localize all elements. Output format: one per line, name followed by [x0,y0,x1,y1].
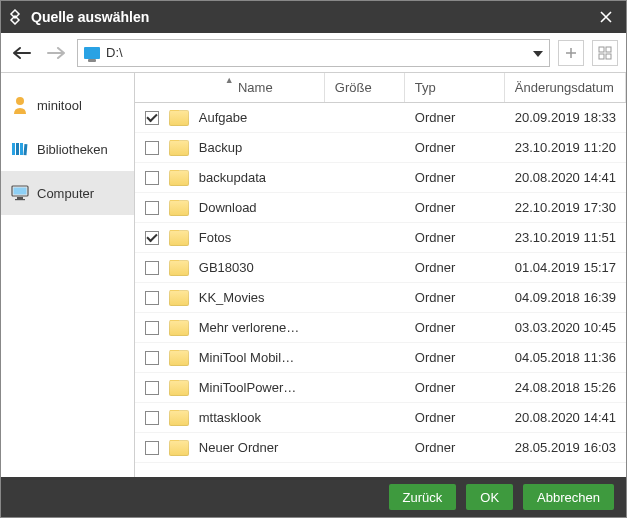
close-button[interactable] [592,3,620,31]
dialog-window: Quelle auswählen D:\ [0,0,627,518]
folder-icon [169,140,189,156]
row-name: Backup [199,140,242,155]
sidebar-item-label: Bibliotheken [37,142,108,157]
new-folder-button[interactable] [558,40,584,66]
row-checkbox[interactable] [145,291,159,305]
row-checkbox[interactable] [145,381,159,395]
row-date: 04.09.2018 16:39 [505,290,626,305]
sidebar-item-label: minitool [37,98,82,113]
folder-icon [169,170,189,186]
title-bar: Quelle auswählen [1,1,626,33]
library-icon [11,140,29,158]
row-name: Aufgabe [199,110,247,125]
column-header-date[interactable]: Änderungsdatum [505,73,626,102]
row-name: KK_Movies [199,290,265,305]
sidebar-item-minitool[interactable]: minitool [1,83,134,127]
row-name: GB18030 [199,260,254,275]
svg-rect-8 [23,144,27,155]
row-type: Ordner [405,380,505,395]
row-type: Ordner [405,110,505,125]
folder-icon [169,200,189,216]
sidebar-item-libraries[interactable]: Bibliotheken [1,127,134,171]
column-header-size[interactable]: Größe [325,73,405,102]
column-label: Größe [335,80,372,95]
column-label: Änderungsdatum [515,80,614,95]
table-row[interactable]: GB18030Ordner01.04.2019 15:17 [135,253,626,283]
row-name: Neuer Ordner [199,440,278,455]
row-date: 28.05.2019 16:03 [505,440,626,455]
folder-icon [169,350,189,366]
path-input[interactable]: D:\ [77,39,550,67]
sidebar-item-label: Computer [37,186,94,201]
svg-rect-5 [12,143,15,155]
svg-rect-2 [599,54,604,59]
cancel-button[interactable]: Abbrechen [523,484,614,510]
sidebar: minitool Bibliotheken Computer [1,73,135,477]
row-checkbox[interactable] [145,141,159,155]
window-title: Quelle auswählen [31,9,592,25]
folder-icon [169,380,189,396]
row-checkbox[interactable] [145,231,159,245]
row-name: Download [199,200,257,215]
table-row[interactable]: AufgabeOrdner20.09.2019 18:33 [135,103,626,133]
table-row[interactable]: KK_MoviesOrdner04.09.2018 16:39 [135,283,626,313]
computer-icon [11,184,29,202]
table-row[interactable]: mttasklookOrdner20.08.2020 14:41 [135,403,626,433]
row-name: MiniToolPower… [199,380,297,395]
row-date: 24.08.2018 15:26 [505,380,626,395]
row-checkbox[interactable] [145,351,159,365]
row-type: Ordner [405,290,505,305]
person-icon [11,96,29,114]
ok-button[interactable]: OK [466,484,513,510]
column-header-type[interactable]: Typ [405,73,505,102]
body: minitool Bibliotheken Computer ▲ Name [1,73,626,477]
table-row[interactable]: Neuer OrdnerOrdner28.05.2019 16:03 [135,433,626,463]
row-type: Ordner [405,170,505,185]
row-checkbox[interactable] [145,261,159,275]
svg-rect-1 [606,47,611,52]
folder-icon [169,320,189,336]
row-checkbox[interactable] [145,171,159,185]
svg-point-4 [16,97,24,105]
row-date: 22.10.2019 17:30 [505,200,626,215]
table-row[interactable]: backupdataOrdner20.08.2020 14:41 [135,163,626,193]
row-type: Ordner [405,350,505,365]
svg-rect-11 [17,197,23,199]
row-checkbox[interactable] [145,201,159,215]
row-type: Ordner [405,260,505,275]
nav-back-button[interactable] [9,40,35,66]
svg-rect-12 [15,199,25,200]
file-list: ▲ Name Größe Typ Änderungsdatum AufgabeO… [135,73,626,477]
toolbar: D:\ [1,33,626,73]
row-date: 03.03.2020 10:45 [505,320,626,335]
file-rows[interactable]: AufgabeOrdner20.09.2019 18:33BackupOrdne… [135,103,626,477]
table-row[interactable]: BackupOrdner23.10.2019 11:20 [135,133,626,163]
table-row[interactable]: DownloadOrdner22.10.2019 17:30 [135,193,626,223]
folder-icon [169,110,189,126]
row-date: 20.08.2020 14:41 [505,410,626,425]
row-checkbox[interactable] [145,441,159,455]
row-checkbox[interactable] [145,111,159,125]
back-button[interactable]: Zurück [389,484,457,510]
footer-bar: Zurück OK Abbrechen [1,477,626,517]
svg-rect-3 [606,54,611,59]
table-row[interactable]: MiniToolPower…Ordner24.08.2018 15:26 [135,373,626,403]
row-name: backupdata [199,170,266,185]
svg-rect-7 [20,143,23,155]
row-date: 23.10.2019 11:20 [505,140,626,155]
nav-forward-button[interactable] [43,40,69,66]
column-header-name[interactable]: ▲ Name [135,73,325,102]
row-date: 20.09.2019 18:33 [505,110,626,125]
row-checkbox[interactable] [145,411,159,425]
app-logo-icon [7,9,23,25]
sidebar-item-computer[interactable]: Computer [1,171,134,215]
view-mode-button[interactable] [592,40,618,66]
path-dropdown-icon[interactable] [533,45,543,60]
table-row[interactable]: MiniTool Mobil…Ordner04.05.2018 11:36 [135,343,626,373]
folder-icon [169,260,189,276]
row-checkbox[interactable] [145,321,159,335]
table-row[interactable]: FotosOrdner23.10.2019 11:51 [135,223,626,253]
table-row[interactable]: Mehr verlorene…Ordner03.03.2020 10:45 [135,313,626,343]
column-label: Typ [415,80,436,95]
row-type: Ordner [405,410,505,425]
